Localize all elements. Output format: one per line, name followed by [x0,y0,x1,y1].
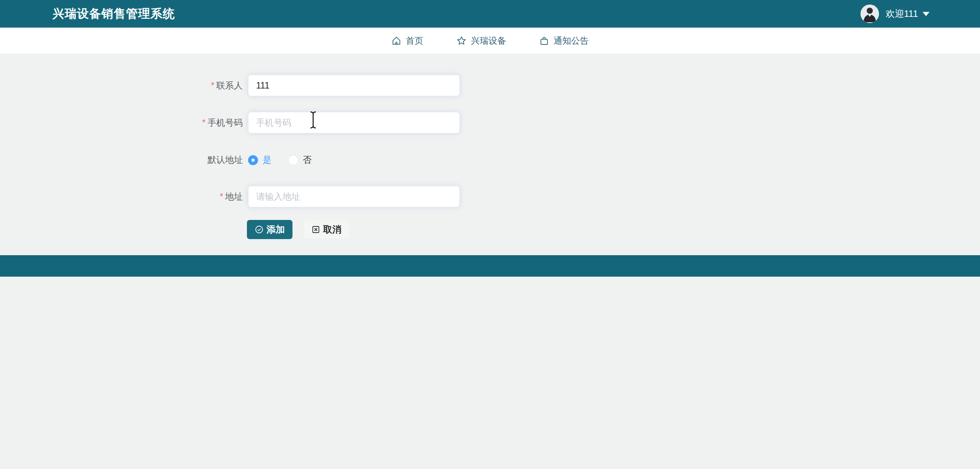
app-header: 兴瑞设备销售管理系统 欢迎111 [0,0,980,28]
home-icon [391,36,402,46]
close-box-icon [311,225,320,234]
phone-label: *手机号码 [153,117,248,129]
caret-down-icon [923,12,929,16]
radio-no-label: 否 [303,154,312,166]
contact-input[interactable] [248,75,460,96]
phone-input[interactable] [248,112,460,133]
form-row-address: *地址 [153,186,460,207]
form-row-phone: *手机号码 [153,112,460,133]
nav-item-label: 首页 [406,35,423,47]
form-row-contact: *联系人 [153,75,460,96]
contact-label: *联系人 [153,80,248,92]
radio-option-yes[interactable]: 是 [248,154,271,166]
nav-item-label: 兴瑞设备 [471,35,506,47]
app-title: 兴瑞设备销售管理系统 [52,6,175,22]
user-avatar[interactable] [861,5,879,23]
default-address-label: 默认地址 [153,154,248,166]
user-photo-icon [861,5,879,23]
required-asterisk: * [220,192,223,202]
nav-item-home[interactable]: 首页 [391,35,423,47]
address-label: *地址 [153,191,248,203]
default-address-radio-group: 是 否 [248,154,312,166]
address-input[interactable] [248,186,460,207]
app-footer [0,255,980,277]
page-bottom [0,277,980,469]
cancel-button[interactable]: 取消 [303,220,350,239]
nav-item-equipment[interactable]: 兴瑞设备 [456,35,506,47]
radio-yes-label: 是 [263,154,271,166]
welcome-text: 欢迎111 [886,8,918,20]
form-actions: 添加 取消 [247,220,350,239]
required-asterisk: * [202,118,206,128]
bag-icon [539,36,549,46]
radio-selected-icon[interactable] [248,155,258,165]
page: 兴瑞设备销售管理系统 欢迎111 首页 [0,0,980,469]
radio-unselected-icon[interactable] [288,155,298,165]
add-button[interactable]: 添加 [247,220,292,239]
text-cursor-pointer [308,110,318,130]
radio-option-no[interactable]: 否 [288,154,312,166]
cancel-button-label: 取消 [323,223,341,236]
add-button-label: 添加 [266,223,285,236]
required-asterisk: * [211,80,214,90]
form-row-default-address: 默认地址 是 否 [153,154,312,166]
user-menu[interactable]: 欢迎111 [861,0,929,28]
check-circle-icon [255,225,264,234]
main-nav: 首页 兴瑞设备 通知公告 [0,28,980,54]
nav-item-label: 通知公告 [554,35,589,47]
star-icon [456,36,467,46]
nav-item-notices[interactable]: 通知公告 [539,35,589,47]
form-area [0,54,980,255]
